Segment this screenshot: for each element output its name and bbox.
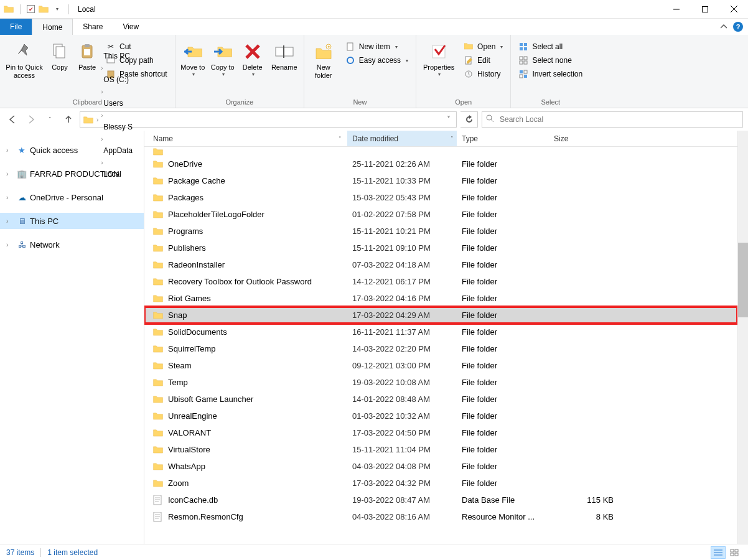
file-name: VALORANT [168, 428, 211, 437]
file-row[interactable]: PlaceholderTileLogoFolder01-02-2022 07:5… [144, 206, 737, 223]
file-name: Riot Games [168, 294, 211, 303]
column-type[interactable]: Type [457, 131, 549, 146]
open-button[interactable]: Open▾ [461, 40, 505, 54]
file-name: Programs [168, 226, 203, 236]
tab-share[interactable]: Share [73, 19, 113, 35]
pin-quick-access-button[interactable]: Pin to Quick access [2, 39, 46, 83]
close-button[interactable] [719, 0, 748, 19]
address-dropdown-button[interactable]: ˅ [442, 115, 455, 124]
file-row[interactable]: Package Cache15-11-2021 10:33 PMFile fol… [144, 172, 737, 189]
up-button[interactable] [61, 112, 76, 127]
breadcrumb-segment[interactable]: Users [100, 96, 136, 111]
details-view-button[interactable] [711, 546, 726, 559]
maximize-button[interactable] [691, 0, 719, 19]
file-row[interactable]: VirtualStore15-11-2021 11:04 PMFile fold… [144, 441, 737, 458]
file-row[interactable]: Temp19-03-2022 10:08 AMFile folder [144, 374, 737, 391]
file-name: Ubisoft Game Launcher [168, 394, 253, 404]
refresh-button[interactable] [460, 111, 478, 128]
breadcrumb-bar[interactable]: › This PC›OS (C:)›Users›Blessy S›AppData… [80, 111, 457, 128]
file-date: 14-03-2022 02:20 PM [347, 344, 457, 353]
thumbnails-view-button[interactable] [727, 546, 742, 559]
file-name: SquirrelTemp [168, 344, 216, 353]
nav-onedrive[interactable]: ›☁OneDrive - Personal [0, 189, 144, 205]
file-row[interactable]: WhatsApp04-03-2022 04:08 PMFile folder [144, 458, 737, 475]
select-all-button[interactable]: Select all [516, 40, 585, 54]
file-row[interactable]: Recovery Toolbox for Outlook Password14-… [144, 273, 737, 290]
history-button[interactable]: History [461, 67, 505, 81]
scrollbar-thumb[interactable] [738, 243, 748, 317]
file-row[interactable]: Zoom17-03-2022 04:32 PMFile folder [144, 475, 737, 492]
file-row[interactable] [144, 147, 737, 156]
nav-network[interactable]: ›🖧Network [0, 236, 144, 253]
copy-to-button[interactable]: Copy to▾ [208, 39, 238, 83]
file-row[interactable]: IconCache.db19-03-2022 08:47 AMData Base… [144, 492, 737, 508]
file-row[interactable]: Steam09-12-2021 03:00 PMFile folder [144, 357, 737, 374]
file-date: 15-03-2022 05:43 PM [347, 193, 457, 202]
properties-button[interactable]: Properties▾ [419, 39, 459, 83]
invert-selection-button[interactable]: Invert selection [516, 67, 585, 81]
qat-folder-icon[interactable] [39, 4, 49, 14]
forward-button[interactable] [24, 112, 39, 127]
recent-locations-button[interactable]: ˅ [42, 112, 57, 127]
tab-home[interactable]: Home [32, 19, 73, 35]
copy-button[interactable]: Copy [46, 39, 73, 83]
file-date: 25-11-2021 02:26 AM [347, 159, 457, 169]
vertical-scrollbar[interactable] [737, 131, 748, 544]
file-row[interactable]: UnrealEngine01-03-2022 10:32 AMFile fold… [144, 408, 737, 424]
new-item-button[interactable]: New item▾ [343, 40, 411, 54]
file-row[interactable]: SolidDocuments16-11-2021 11:37 AMFile fo… [144, 324, 737, 340]
file-type: File folder [457, 193, 549, 202]
file-row[interactable]: SquirrelTemp14-03-2022 02:20 PMFile fold… [144, 340, 737, 357]
file-type: File folder [457, 210, 549, 219]
qat-checkbox-icon[interactable]: ✔ [27, 5, 35, 13]
collapse-ribbon-button[interactable] [719, 22, 728, 31]
file-row[interactable]: Snap17-03-2022 04:29 AMFile folder [144, 307, 737, 324]
folder-icon [153, 478, 163, 488]
new-folder-button[interactable]: ✦ New folder [307, 39, 340, 83]
nav-farrad[interactable]: ›🏢FARRAD PRODUCTION [0, 166, 144, 182]
file-row[interactable]: VALORANT17-03-2022 04:50 PMFile folder [144, 424, 737, 441]
network-icon: 🖧 [16, 240, 27, 250]
column-name[interactable]: Name˄ [144, 131, 347, 146]
file-row[interactable]: OneDrive25-11-2021 02:26 AMFile folder [144, 156, 737, 172]
nav-this-pc[interactable]: ›🖥This PC [0, 213, 144, 229]
column-date[interactable]: Date modified˅ [347, 131, 457, 146]
folder-icon [153, 260, 163, 270]
breadcrumb-segment[interactable]: This PC [100, 49, 136, 63]
breadcrumb-segment[interactable]: OS (C:) [100, 72, 136, 87]
folder-icon [153, 428, 163, 438]
onedrive-icon: ☁ [16, 193, 27, 202]
move-to-button[interactable]: Move to▾ [178, 39, 208, 83]
svg-rect-43 [735, 553, 738, 556]
folder-icon [153, 294, 163, 304]
file-row[interactable]: Publishers15-11-2021 09:10 PMFile folder [144, 240, 737, 256]
column-size[interactable]: Size [549, 131, 624, 146]
ribbon-group-open: Properties▾ Open▾ Edit History Open [416, 35, 511, 108]
tab-file[interactable]: File [0, 19, 32, 35]
file-row[interactable]: Resmon.ResmonCfg04-03-2022 08:16 AMResou… [144, 508, 737, 525]
search-box[interactable]: Search Local [482, 111, 743, 128]
file-row[interactable]: Packages15-03-2022 05:43 PMFile folder [144, 189, 737, 206]
file-name: Snap [168, 310, 187, 320]
file-type: File folder [457, 411, 549, 421]
folder-icon [153, 445, 163, 455]
file-date: 15-11-2021 10:21 PM [347, 226, 457, 236]
paste-button[interactable]: Paste [73, 39, 101, 83]
nav-quick-access[interactable]: ›★Quick access [0, 142, 144, 158]
delete-button[interactable]: Delete▾ [238, 39, 268, 83]
file-row[interactable]: Ubisoft Game Launcher14-01-2022 08:48 AM… [144, 391, 737, 408]
back-button[interactable] [5, 112, 20, 127]
file-row[interactable]: Riot Games17-03-2022 04:16 PMFile folder [144, 290, 737, 307]
easy-access-button[interactable]: Easy access▾ [343, 54, 411, 67]
minimize-button[interactable] [662, 0, 691, 19]
select-none-button[interactable]: Select none [516, 54, 585, 67]
rename-button[interactable]: Rename [268, 39, 301, 83]
help-button[interactable]: ? [733, 22, 743, 32]
edit-button[interactable]: Edit [461, 54, 505, 67]
tab-view[interactable]: View [113, 19, 149, 35]
file-row[interactable]: RadeonInstaller07-03-2022 04:18 AMFile f… [144, 256, 737, 273]
edit-icon [464, 55, 474, 65]
qat-dropdown-icon[interactable]: ▾ [52, 4, 62, 14]
delete-icon [242, 41, 263, 62]
file-row[interactable]: Programs15-11-2021 10:21 PMFile folder [144, 223, 737, 240]
